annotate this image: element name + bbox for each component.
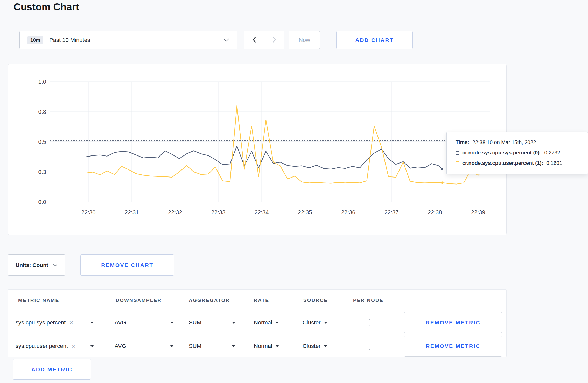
per-node-cell — [369, 312, 376, 333]
svg-text:22:30: 22:30 — [81, 209, 95, 216]
tooltip-time-row: Time: 22:38:10 on Mar 15th, 2022 — [456, 139, 579, 145]
downsampler-value: AVG — [115, 343, 126, 350]
column-header-metric-name: METRIC NAME — [18, 297, 59, 303]
rate-value: Normal — [254, 319, 272, 326]
column-header-downsampler: DOWNSAMPLER — [116, 297, 162, 303]
tooltip-series-value: 0.2732 — [544, 150, 560, 156]
add-chart-button[interactable]: ADD CHART — [336, 31, 413, 49]
add-metric-button[interactable]: ADD METRIC — [13, 359, 91, 380]
chart-tooltip: Time: 22:38:10 on Mar 15th, 2022 cr.node… — [446, 132, 588, 174]
svg-text:22:39: 22:39 — [471, 209, 485, 216]
tooltip-series-label: cr.node.sys.cpu.sys.percent (0): — [462, 150, 541, 156]
custom-chart-page: Custom Chart 10m Past 10 Minutes Now AD — [0, 0, 588, 383]
caret-down-icon — [275, 345, 279, 347]
caret-down-icon — [324, 322, 327, 324]
downsampler-select[interactable]: AVG — [115, 312, 174, 333]
svg-text:22:36: 22:36 — [341, 209, 355, 216]
svg-text:22:33: 22:33 — [211, 209, 225, 216]
source-value: Cluster — [303, 343, 321, 350]
rate-select[interactable]: Normal — [254, 336, 279, 357]
aggregator-select[interactable]: SUM — [189, 312, 235, 333]
caret-down-icon[interactable] — [90, 322, 94, 324]
caret-down-icon[interactable] — [90, 345, 94, 347]
svg-text:22:38: 22:38 — [428, 209, 442, 216]
remove-chart-button[interactable]: REMOVE CHART — [80, 254, 174, 276]
tooltip-time-value: 22:38:10 on Mar 15th, 2022 — [472, 139, 536, 145]
column-header-source: SOURCE — [303, 297, 328, 303]
svg-text:0.0: 0.0 — [38, 199, 46, 205]
remove-metric-cell: REMOVE METRIC — [404, 312, 502, 333]
svg-text:22:31: 22:31 — [124, 209, 139, 216]
svg-text:1.0: 1.0 — [38, 79, 46, 85]
page-title: Custom Chart — [13, 2, 79, 13]
caret-down-icon — [232, 345, 235, 347]
metric-row: sys.cpu.sys.percent × AVG SUM Normal Clu… — [8, 312, 506, 333]
tooltip-series-row: cr.node.sys.cpu.user.percent (1): 0.1601 — [456, 160, 579, 166]
metric-name-value: sys.cpu.sys.percent — [16, 319, 66, 326]
remove-metric-button[interactable]: REMOVE METRIC — [404, 336, 502, 357]
toolbar-divider — [11, 32, 11, 48]
tooltip-series-value: 0.1601 — [546, 160, 562, 166]
rate-value: Normal — [254, 343, 272, 350]
caret-down-icon — [324, 345, 327, 347]
close-icon[interactable]: × — [69, 319, 73, 326]
units-label: Units: Count — [16, 262, 48, 268]
next-time-button[interactable] — [264, 31, 284, 49]
units-dropdown[interactable]: Units: Count — [8, 254, 65, 276]
aggregator-select[interactable]: SUM — [189, 336, 235, 357]
svg-text:22:37: 22:37 — [384, 209, 398, 216]
time-window-dropdown[interactable]: 10m Past 10 Minutes — [19, 31, 237, 49]
chevron-down-icon — [223, 38, 229, 42]
time-window-label: Past 10 Minutes — [49, 37, 90, 44]
close-icon[interactable]: × — [72, 343, 75, 350]
svg-text:0.3: 0.3 — [38, 169, 46, 175]
chart-toolbar: 10m Past 10 Minutes Now ADD CHART — [0, 31, 588, 49]
source-select[interactable]: Cluster — [303, 336, 327, 357]
metric-name-select[interactable]: sys.cpu.user.percent × — [16, 336, 94, 357]
time-nav-group — [244, 31, 284, 49]
metric-name-select[interactable]: sys.cpu.sys.percent × — [16, 312, 94, 333]
svg-text:22:34: 22:34 — [254, 209, 269, 216]
per-node-cell — [369, 336, 376, 357]
downsampler-value: AVG — [115, 319, 126, 326]
column-header-rate: RATE — [254, 297, 269, 303]
svg-text:22:35: 22:35 — [298, 209, 312, 216]
metric-name-value: sys.cpu.user.percent — [16, 343, 68, 350]
source-value: Cluster — [303, 319, 321, 326]
tooltip-time-label: Time: — [456, 139, 469, 145]
series-user-swatch-icon — [456, 161, 459, 165]
metrics-table: METRIC NAME DOWNSAMPLER AGGREGATOR RATE … — [8, 289, 507, 357]
chevron-right-icon — [272, 36, 276, 44]
downsampler-select[interactable]: AVG — [115, 336, 174, 357]
caret-down-icon — [170, 345, 174, 347]
source-select[interactable]: Cluster — [303, 312, 327, 333]
svg-text:0.5: 0.5 — [38, 139, 46, 145]
remove-metric-button[interactable]: REMOVE METRIC — [404, 312, 502, 333]
caret-down-icon — [232, 322, 235, 324]
prev-time-button[interactable] — [244, 31, 264, 49]
caret-down-icon — [170, 322, 174, 324]
column-header-aggregator: AGGREGATOR — [189, 297, 230, 303]
column-header-per-node: PER NODE — [353, 297, 383, 303]
now-button[interactable]: Now — [289, 31, 320, 49]
svg-text:22:32: 22:32 — [168, 209, 182, 216]
per-node-checkbox[interactable] — [369, 343, 376, 350]
time-window-badge: 10m — [27, 36, 43, 44]
cpu-percent-line-chart[interactable]: 22:3022:3122:3222:3322:3422:3522:3622:37… — [8, 64, 507, 235]
tooltip-series-label: cr.node.sys.cpu.user.percent (1): — [462, 160, 543, 166]
chevron-left-icon — [252, 36, 256, 44]
chevron-down-icon — [53, 262, 57, 268]
rate-select[interactable]: Normal — [254, 312, 279, 333]
series-sys-swatch-icon — [456, 151, 459, 155]
per-node-checkbox[interactable] — [369, 319, 376, 326]
svg-text:0.8: 0.8 — [38, 109, 46, 115]
metric-row: sys.cpu.user.percent × AVG SUM Normal Cl… — [8, 336, 506, 357]
aggregator-value: SUM — [189, 319, 201, 326]
caret-down-icon — [275, 322, 279, 324]
remove-metric-cell: REMOVE METRIC — [404, 336, 502, 357]
aggregator-value: SUM — [189, 343, 201, 350]
chart-card: 22:3022:3122:3222:3322:3422:3522:3622:37… — [8, 64, 507, 235]
tooltip-series-row: cr.node.sys.cpu.sys.percent (0): 0.2732 — [456, 150, 579, 156]
